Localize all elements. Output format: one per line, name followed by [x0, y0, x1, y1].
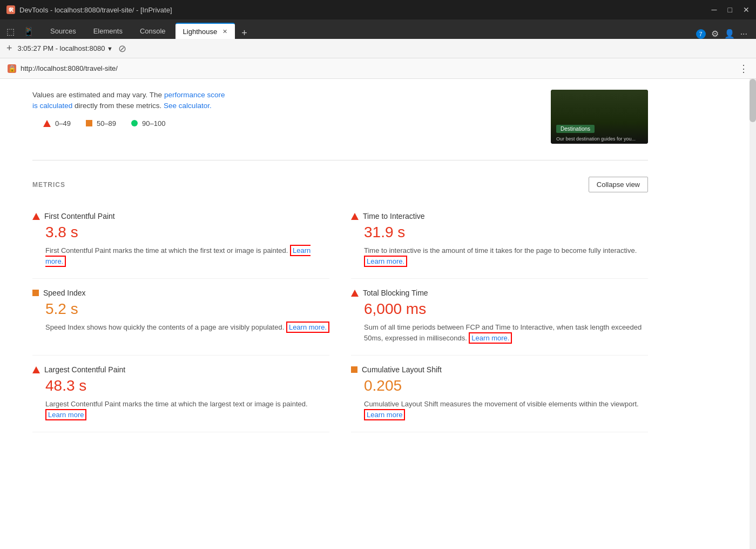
lcp-description: Largest Contentful Paint marks the time …	[32, 399, 329, 420]
cls-status-icon	[351, 366, 357, 373]
fcp-learn-more-link[interactable]: Learn more.	[45, 245, 310, 267]
metric-tbt: Total Blocking Time 6,000 ms Sum of all …	[351, 279, 648, 356]
inspect-icon[interactable]: ⬚	[4, 24, 17, 39]
tbt-title: Total Blocking Time	[363, 289, 428, 297]
si-title-row: Speed Index	[32, 289, 329, 297]
minimize-button[interactable]: ─	[712, 5, 717, 14]
restore-button[interactable]: □	[728, 5, 732, 14]
main-content: Values are estimated and may vary. The p…	[0, 79, 756, 549]
metric-fcp: First Contentful Paint 3.8 s First Conte…	[32, 202, 329, 279]
tab-console[interactable]: Console	[132, 23, 173, 39]
screenshot-inner: Destinations Our best destination guides…	[551, 90, 648, 144]
host-display: localhost:8080	[60, 44, 105, 52]
tab-console-label: Console	[140, 27, 166, 35]
legend-fail: 0–49	[43, 119, 71, 128]
close-button[interactable]: ✕	[743, 5, 750, 14]
tti-status-icon	[351, 213, 359, 220]
si-title: Speed Index	[43, 289, 86, 297]
fcp-title-row: First Contentful Paint	[32, 212, 329, 220]
collapse-view-button[interactable]: Collapse view	[589, 177, 648, 192]
fcp-description: First Contentful Paint marks the time at…	[32, 245, 329, 266]
fail-range: 0–49	[55, 119, 71, 128]
fcp-status-icon	[32, 213, 40, 220]
tti-title: Time to Interactive	[363, 212, 425, 220]
average-range: 50–89	[97, 119, 116, 128]
is-calculated-link[interactable]: is calculated	[32, 102, 72, 110]
tti-description: Time to interactive is the amount of tim…	[351, 245, 648, 266]
tbt-description: Sum of all time periods between FCP and …	[351, 322, 648, 343]
tbt-status-icon	[351, 290, 359, 297]
legend-average: 50–89	[86, 119, 116, 128]
title-bar: 🛠 DevTools - localhost:8080/travel-site/…	[0, 0, 756, 19]
host-dropdown-icon[interactable]: ▼	[107, 45, 113, 52]
page-screenshot: Destinations Our best destination guides…	[551, 90, 648, 144]
metrics-header: METRICS Collapse view	[32, 160, 648, 202]
add-tab-icon[interactable]: +	[6, 43, 12, 54]
legend-pass: 90–100	[131, 119, 165, 128]
lcp-title-row: Largest Contentful Paint	[32, 365, 329, 374]
stop-icon[interactable]: ⊘	[118, 43, 126, 55]
cls-value: 0.205	[351, 377, 648, 394]
device-icon[interactable]: 📱	[21, 24, 36, 39]
performance-score-link[interactable]: performance score	[164, 91, 225, 99]
metric-si: Speed Index 5.2 s Speed Index shows how …	[32, 279, 329, 356]
fcp-value: 3.8 s	[32, 224, 329, 241]
metric-tti: Time to Interactive 31.9 s Time to inter…	[351, 202, 648, 279]
tab-sources-label: Sources	[50, 27, 76, 35]
lcp-title: Largest Contentful Paint	[44, 365, 125, 374]
tti-title-row: Time to Interactive	[351, 212, 648, 220]
cls-learn-more-link[interactable]: Learn more	[364, 409, 405, 420]
scrollbar-thumb[interactable]	[750, 79, 756, 122]
tab-bar: ⬚ 📱 Sources Elements Console Lighthouse …	[0, 19, 756, 39]
cls-title: Cumulative Layout Shift	[362, 365, 442, 374]
tab-elements[interactable]: Elements	[86, 23, 130, 39]
lcp-learn-more-link[interactable]: Learn more	[45, 409, 86, 420]
tbt-value: 6,000 ms	[351, 300, 648, 318]
tab-bar-right: 7 ⚙ 👤 ···	[692, 29, 752, 39]
see-calculator-link[interactable]: See calculator.	[164, 102, 212, 110]
si-value: 5.2 s	[32, 300, 329, 318]
url-strip: 🔒 http://localhost:8080/travel-site/ ⋮	[0, 58, 756, 79]
screenshot-subtitle: Our best destination guides for you...	[556, 136, 636, 142]
pass-range: 90–100	[142, 119, 165, 128]
title-bar-left: 🛠 DevTools - localhost:8080/travel-site/…	[6, 5, 172, 14]
si-learn-more-link[interactable]: Learn more.	[286, 322, 329, 333]
timestamp: 3:05:27 PM - localhost:8080 ▼	[18, 44, 113, 52]
security-icon: 🔒	[8, 64, 16, 73]
lcp-status-icon	[32, 366, 40, 373]
tti-value: 31.9 s	[351, 224, 648, 241]
score-header: Values are estimated and may vary. The p…	[32, 79, 648, 149]
settings-icon[interactable]: ⚙	[711, 29, 719, 39]
url-more-icon[interactable]: ⋮	[739, 63, 748, 75]
notification-badge: 7	[696, 29, 706, 39]
metric-cls: Cumulative Layout Shift 0.205 Cumulative…	[351, 356, 648, 432]
screenshot-banner: Destinations	[556, 125, 595, 133]
tab-elements-label: Elements	[93, 27, 123, 35]
average-icon	[86, 120, 92, 126]
metric-lcp: Largest Contentful Paint 48.3 s Largest …	[32, 356, 329, 432]
tti-learn-more-link[interactable]: Learn more.	[364, 256, 407, 267]
devtools-icons: ⬚ 📱	[4, 24, 40, 39]
scrollbar-track	[750, 79, 756, 549]
fail-icon	[43, 120, 51, 127]
lcp-value: 48.3 s	[32, 377, 329, 394]
tab-bar-left: ⬚ 📱 Sources Elements Console Lighthouse …	[4, 23, 252, 39]
more-icon[interactable]: ···	[740, 29, 747, 39]
tab-lighthouse[interactable]: Lighthouse ✕	[176, 23, 235, 39]
devtools-icon: 🛠	[6, 5, 15, 14]
profile-icon[interactable]: 👤	[724, 29, 735, 39]
cls-description: Cumulative Layout Shift measures the mov…	[351, 399, 648, 420]
tab-sources[interactable]: Sources	[43, 23, 84, 39]
si-description: Speed Index shows how quickly the conten…	[32, 322, 329, 333]
time-display: 3:05:27 PM	[18, 44, 54, 52]
pass-icon	[131, 120, 138, 126]
score-description: Values are estimated and may vary. The p…	[32, 90, 225, 128]
score-desc-text: Values are estimated and may vary. The p…	[32, 90, 225, 112]
tab-close-icon[interactable]: ✕	[222, 28, 227, 35]
address-bar: + 3:05:27 PM - localhost:8080 ▼ ⊘	[0, 39, 756, 58]
tab-add-button[interactable]: +	[237, 28, 252, 39]
title-bar-title: DevTools - localhost:8080/travel-site/ -…	[19, 6, 172, 14]
content-inner: Values are estimated and may vary. The p…	[0, 79, 680, 454]
metrics-label: METRICS	[32, 181, 65, 189]
tbt-learn-more-link[interactable]: Learn more.	[469, 332, 512, 344]
